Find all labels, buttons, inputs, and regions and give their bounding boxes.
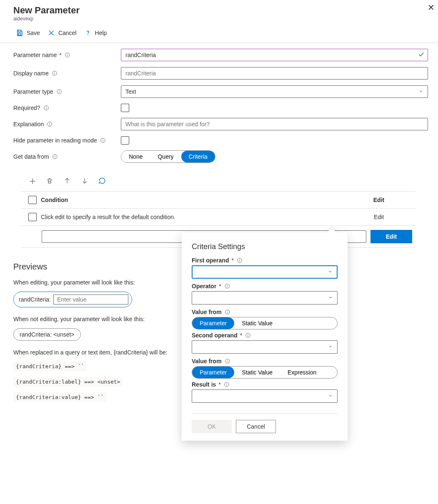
preview-replace-1: {randCriteria} ==> `` <box>13 362 87 371</box>
value-from-label-1: Value from <box>192 309 222 315</box>
result-is-label: Result is <box>192 381 216 388</box>
svg-point-3 <box>67 54 68 54</box>
move-up-icon[interactable] <box>63 177 72 185</box>
criteria-row-edit-link[interactable]: Edit <box>374 214 384 220</box>
required-asterisk: * <box>231 257 233 264</box>
svg-point-15 <box>55 155 55 156</box>
get-data-from-none[interactable]: None <box>121 151 150 162</box>
value-from-options-2: Parameter Static Value Expression <box>192 366 338 379</box>
get-data-from-criteria[interactable]: Criteria <box>181 151 215 162</box>
move-down-icon[interactable] <box>81 177 89 185</box>
info-icon[interactable] <box>52 153 58 160</box>
preview-replace-2: {randCriteria:label} ==> <unset> <box>13 377 123 387</box>
svg-point-11 <box>50 123 50 123</box>
info-icon[interactable] <box>224 358 231 364</box>
chevron-down-icon <box>418 88 423 95</box>
help-label: Help <box>95 30 107 36</box>
required-asterisk: * <box>59 52 61 58</box>
save-icon <box>16 29 23 37</box>
first-operand-select[interactable] <box>192 265 338 279</box>
required-asterisk: * <box>219 283 221 289</box>
operator-select[interactable] <box>192 291 338 304</box>
chevron-down-icon <box>328 269 333 275</box>
close-panel-icon[interactable]: ✕ <box>428 2 435 12</box>
info-icon[interactable] <box>100 137 106 144</box>
edit-header: Edit <box>345 197 412 203</box>
param-type-select[interactable]: Text <box>121 85 428 98</box>
info-icon[interactable] <box>245 332 251 339</box>
value-from-1-static[interactable]: Static Value <box>234 317 280 329</box>
help-icon <box>84 29 92 37</box>
save-button[interactable]: Save <box>13 27 43 38</box>
cancel-label: Cancel <box>58 30 77 36</box>
param-type-label: Parameter type <box>13 88 53 95</box>
operator-label: Operator <box>192 283 216 289</box>
info-icon[interactable] <box>64 52 71 58</box>
help-button[interactable]: Help <box>82 27 110 38</box>
hide-in-reading-label: Hide parameter in reading mode <box>13 137 97 144</box>
criteria-settings-popup: Criteria Settings First operand * Operat… <box>182 232 348 441</box>
required-asterisk: * <box>218 381 220 388</box>
required-asterisk: * <box>240 332 242 339</box>
preview-editing-label: randCriteria: <box>19 296 51 303</box>
delete-icon[interactable] <box>46 177 54 185</box>
info-icon[interactable] <box>46 121 53 127</box>
result-is-select[interactable] <box>192 389 338 403</box>
value-from-2-expression[interactable]: Expression <box>280 367 324 378</box>
add-criteria-icon[interactable] <box>28 177 37 185</box>
ok-button[interactable]: OK <box>192 420 232 433</box>
checkmark-icon <box>418 51 425 59</box>
preview-notediting-value: randCriteria: <unset> <box>20 331 75 338</box>
edit-button[interactable]: Edit <box>370 230 412 243</box>
hide-in-reading-checkbox[interactable] <box>121 136 129 145</box>
explanation-label: Explanation <box>13 121 44 127</box>
info-icon[interactable] <box>223 381 230 388</box>
info-icon[interactable] <box>236 257 243 264</box>
required-label: Required? <box>13 105 40 111</box>
info-icon[interactable] <box>51 70 58 77</box>
value-from-2-static[interactable]: Static Value <box>234 367 280 378</box>
required-checkbox[interactable] <box>121 104 129 112</box>
condition-header: Condition <box>41 197 345 203</box>
first-operand-label: First operand <box>192 257 229 264</box>
value-from-1-parameter[interactable]: Parameter <box>192 317 234 329</box>
info-icon[interactable] <box>43 105 50 111</box>
info-icon[interactable] <box>224 283 230 289</box>
popup-cancel-button[interactable]: Cancel <box>236 420 276 433</box>
popup-title: Criteria Settings <box>192 242 338 251</box>
criteria-row-checkbox[interactable] <box>28 213 37 221</box>
svg-point-19 <box>227 285 227 285</box>
get-data-from-query[interactable]: Query <box>150 151 181 162</box>
svg-point-21 <box>227 311 228 311</box>
svg-point-13 <box>103 139 103 140</box>
select-all-checkbox[interactable] <box>28 196 37 204</box>
preview-editing-pill: randCriteria: <box>13 292 132 307</box>
value-from-2-parameter[interactable]: Parameter <box>192 367 234 378</box>
info-icon[interactable] <box>224 309 231 315</box>
criteria-default-row: Click edit to specify a result for the d… <box>21 209 415 226</box>
value-from-options-1: Parameter Static Value <box>192 317 338 329</box>
criteria-default-text: Click edit to specify a result for the d… <box>41 214 345 220</box>
chevron-down-icon <box>328 393 333 399</box>
save-label: Save <box>27 30 40 36</box>
page-subtitle: aidevexp <box>13 16 428 22</box>
preview-editing-input[interactable] <box>53 294 128 304</box>
display-name-input[interactable] <box>121 67 428 80</box>
svg-point-23 <box>248 334 248 334</box>
second-operand-select[interactable] <box>192 340 338 354</box>
svg-point-5 <box>55 72 55 72</box>
param-name-input[interactable] <box>121 49 428 61</box>
chevron-down-icon <box>328 294 333 301</box>
refresh-icon[interactable] <box>98 177 107 185</box>
second-operand-label: Second operand <box>192 332 238 339</box>
close-icon <box>48 29 55 37</box>
display-name-label: Display name <box>13 70 49 77</box>
explanation-input[interactable] <box>121 118 428 130</box>
value-from-label-2: Value from <box>192 358 222 364</box>
param-type-value: Text <box>125 88 136 95</box>
page-title: New Parameter <box>13 5 428 16</box>
cancel-button[interactable]: Cancel <box>45 27 79 38</box>
get-data-from-options: None Query Criteria <box>121 150 215 163</box>
svg-point-17 <box>240 259 240 259</box>
info-icon[interactable] <box>56 88 63 95</box>
